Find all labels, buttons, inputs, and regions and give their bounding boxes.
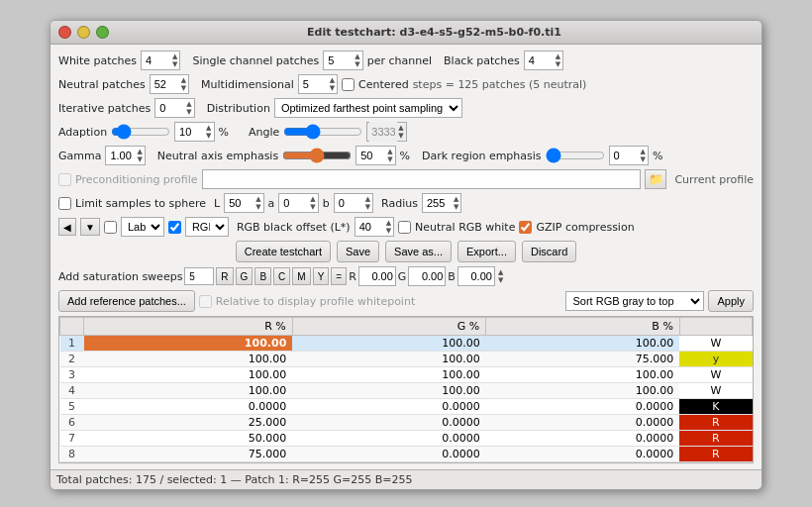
gzip-checkbox[interactable] [519,221,532,234]
a-spinbox[interactable]: 0 ▲▼ [278,193,318,213]
neutral-rgb-checkbox[interactable] [398,221,411,234]
table-row[interactable]: 1 100.00 100.00 100.00 W [60,336,753,352]
save-button[interactable]: Save [337,241,379,262]
b-arrows[interactable]: ▲▼ [365,195,370,211]
l-input[interactable]: 50 [227,193,254,213]
y-btn[interactable]: Y [313,267,330,285]
b-spinbox[interactable]: 0 ▲▼ [334,193,373,213]
sat-input[interactable]: 5 [187,266,209,286]
r-rgb-input[interactable] [358,266,396,286]
white-patches-input[interactable]: 4 [144,51,171,70]
cell-r: 100.00 [84,367,293,383]
export-button[interactable]: Export... [457,241,516,262]
preconditioning-checkbox[interactable] [58,173,71,186]
neutral-patches-input[interactable]: 52 [152,74,180,94]
multidimensional-input[interactable]: 5 [301,74,329,94]
g-rgb-input[interactable] [408,266,446,286]
rgb-select[interactable]: RGB [185,217,229,237]
adaption-spinbox[interactable]: 10 ▲▼ [174,122,214,142]
b-input[interactable]: 0 [337,193,364,213]
neutral-axis-spinbox[interactable]: 50 ▲▼ [355,146,395,165]
table-row[interactable]: 3 100.00 100.00 100.00 W [60,367,753,383]
r-btn[interactable]: R [216,267,233,285]
relative-checkbox[interactable] [199,295,212,308]
c-btn[interactable]: C [273,267,290,285]
neutral-axis-arrows[interactable]: ▲▼ [387,148,392,163]
dark-region-arrows[interactable]: ▲▼ [641,148,646,163]
multidimensional-spinbox[interactable]: 5 ▲▼ [298,74,338,94]
radius-spinbox[interactable]: 255 ▲▼ [422,193,461,213]
neutral-axis-slider[interactable] [282,149,352,162]
centered-checkbox[interactable] [342,78,355,91]
sort-select[interactable]: Sort RGB gray to top [565,291,704,311]
white-patches-arrows[interactable]: ▲▼ [172,52,177,68]
maximize-button[interactable] [96,26,109,39]
save-as-button[interactable]: Save as... [385,241,452,262]
adaption-slider[interactable] [111,125,170,139]
l-spinbox[interactable]: 50 ▲▼ [224,193,263,213]
l-arrows[interactable]: ▲▼ [255,195,260,211]
rgb-black-spinbox[interactable]: 40 ▲▼ [355,217,394,237]
neutral-patches-arrows[interactable]: ▲▼ [181,76,186,92]
iterative-patches-arrows[interactable]: ▲▼ [186,100,191,116]
gamma-input[interactable]: 1.00 [108,146,136,165]
minimize-button[interactable] [77,26,90,39]
table-row[interactable]: 5 0.0000 0.0000 0.0000 K [60,399,753,415]
lab-select[interactable]: Lab [121,217,164,237]
lab-checkbox[interactable] [104,221,117,234]
rgb-sweep-arrows[interactable]: ▲▼ [498,268,503,284]
rgb-black-input[interactable]: 40 [357,217,385,237]
white-patches-spinbox[interactable]: 4 ▲▼ [141,51,180,70]
black-patches-input[interactable]: 4 [527,51,555,70]
table-row[interactable]: 7 50.000 0.0000 0.0000 R [60,431,753,447]
distribution-select[interactable]: Optimized farthest point sampling [274,98,462,118]
arrow-down-btn[interactable]: ▼ [80,218,100,236]
create-testchart-button[interactable]: Create testchart [236,241,331,262]
b-rgb-input[interactable] [457,266,495,286]
iterative-patches-input[interactable]: 0 [157,98,185,118]
adaption-input[interactable]: 10 [177,122,205,142]
gamma-arrows[interactable]: ▲▼ [137,148,142,163]
b-btn[interactable]: B [254,267,271,285]
a-input[interactable]: 0 [281,193,309,213]
black-patches-arrows[interactable]: ▲▼ [556,52,560,68]
table-row[interactable]: 6 25.000 0.0000 0.0000 R [60,415,753,431]
neutral-patches-spinbox[interactable]: 52 ▲▼ [150,74,189,94]
table-row[interactable]: 4 100.00 100.00 100.00 W [60,383,753,399]
single-channel-spinbox[interactable]: 5 ▲▼ [323,51,362,70]
black-patches-spinbox[interactable]: 4 ▲▼ [524,51,563,70]
multidimensional-arrows[interactable]: ▲▼ [330,76,335,92]
eq-btn[interactable]: = [331,267,347,285]
folder-button[interactable]: 📁 [645,169,666,189]
rgb-black-arrows[interactable]: ▲▼ [386,219,391,235]
close-button[interactable] [58,26,71,39]
dark-region-input[interactable]: 0 [612,146,640,165]
gamma-spinbox[interactable]: 1.00 ▲▼ [105,146,145,165]
angle-arrows[interactable]: ▲▼ [398,124,403,140]
angle-input[interactable]: 3333 [369,122,397,142]
discard-button[interactable]: Discard [522,241,576,262]
arrow-left-btn[interactable]: ◀ [58,218,76,236]
radius-input[interactable]: 255 [425,193,453,213]
add-reference-button[interactable]: Add reference patches... [58,290,195,312]
table-row[interactable]: 8 75.000 0.0000 0.0000 R [60,447,753,462]
table-row[interactable]: 2 100.00 100.00 75.000 y [60,352,753,367]
angle-slider[interactable] [283,125,362,139]
apply-button[interactable]: Apply [708,290,754,312]
neutral-axis-input[interactable]: 50 [358,146,386,165]
single-channel-arrows[interactable]: ▲▼ [355,52,359,68]
angle-spinbox[interactable]: 3333 ▲▼ [366,122,406,142]
single-channel-input[interactable]: 5 [326,51,354,70]
adaption-arrows[interactable]: ▲▼ [206,124,211,140]
preconditioning-profile-input[interactable] [202,169,642,189]
a-arrows[interactable]: ▲▼ [310,195,315,211]
limit-samples-checkbox[interactable] [58,197,71,210]
m-btn[interactable]: M [292,267,310,285]
rgb-checkbox[interactable] [168,221,181,234]
dark-region-slider[interactable] [546,149,605,162]
g-btn[interactable]: G [236,267,254,285]
sat-spinbox[interactable]: 5 [184,267,214,285]
dark-region-spinbox[interactable]: 0 ▲▼ [609,146,649,165]
radius-arrows[interactable]: ▲▼ [454,195,458,211]
iterative-patches-spinbox[interactable]: 0 ▲▼ [154,98,194,118]
